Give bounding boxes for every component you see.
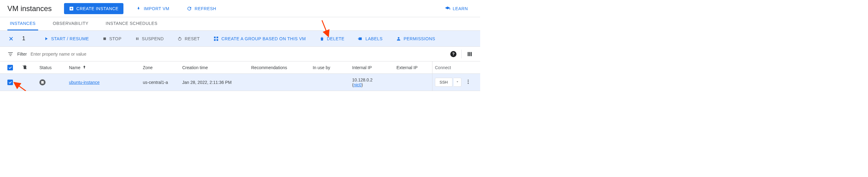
power-icon: [177, 36, 182, 41]
col-zone[interactable]: Zone: [143, 65, 182, 70]
plus-badge-icon: [69, 6, 74, 11]
row-menu-button[interactable]: [464, 79, 473, 85]
suspend-button[interactable]: SUSPEND: [131, 33, 167, 44]
permissions-label: PERMISSIONS: [404, 36, 435, 41]
ssh-button[interactable]: SSH: [435, 78, 453, 87]
person-icon: [396, 36, 401, 41]
stop-icon: [102, 37, 107, 41]
import-vm-label: IMPORT VM: [144, 6, 169, 11]
refresh-label: REFRESH: [194, 6, 216, 11]
import-icon: [136, 6, 141, 11]
tab-instances-label: INSTANCES: [10, 21, 36, 26]
ssh-dropdown-button[interactable]: [454, 78, 461, 87]
col-rec[interactable]: Recommendations: [251, 65, 313, 70]
svg-rect-12: [471, 52, 471, 56]
filter-label: Filter: [17, 51, 27, 57]
clear-selection-button[interactable]: [7, 35, 15, 42]
tab-schedules-label: INSTANCE SCHEDULES: [105, 21, 157, 26]
cell-intip: 10.128.0.2 (nic0): [352, 77, 397, 87]
svg-rect-11: [469, 52, 470, 56]
reset-button[interactable]: RESET: [174, 33, 204, 44]
trash-icon: [319, 36, 324, 41]
columns-icon[interactable]: [467, 51, 473, 57]
create-instance-button[interactable]: CREATE INSTANCE: [64, 3, 123, 14]
create-group-label: CREATE A GROUP BASED ON THIS VM: [221, 36, 306, 41]
internal-ip-value: 10.128.0.2: [352, 77, 397, 82]
group-icon: [213, 36, 219, 41]
svg-rect-1: [103, 37, 106, 40]
svg-rect-7: [214, 39, 215, 41]
svg-point-15: [468, 81, 469, 82]
table-row: ubuntu-instance us-central1-a Jan 28, 20…: [0, 74, 480, 91]
help-icon[interactable]: ?: [450, 51, 457, 57]
col-intip[interactable]: Internal IP: [352, 65, 397, 70]
vm-table: Status Name Zone Creation time Recommend…: [0, 62, 480, 91]
select-all-checkbox[interactable]: [7, 65, 13, 70]
col-extip[interactable]: External IP: [397, 65, 432, 70]
permissions-button[interactable]: PERMISSIONS: [393, 33, 439, 44]
col-name-label: Name: [69, 65, 80, 70]
learn-icon: [445, 6, 450, 11]
nic-link[interactable]: nic0: [354, 82, 362, 87]
page-title: VM instances: [7, 4, 52, 13]
instance-name-link[interactable]: ubuntu-instance: [69, 80, 100, 85]
cell-ctime: Jan 28, 2022, 2:11:36 PM: [182, 80, 251, 85]
svg-rect-8: [217, 39, 218, 41]
col-ctime[interactable]: Creation time: [182, 65, 251, 70]
stop-label: STOP: [109, 36, 122, 41]
row-checkbox[interactable]: [7, 80, 13, 85]
delete-label: DELETE: [327, 36, 344, 41]
play-icon: [44, 36, 49, 41]
labels-button[interactable]: LABELS: [354, 33, 386, 44]
svg-rect-10: [468, 52, 468, 56]
svg-rect-6: [217, 37, 218, 38]
status-stopped-icon: [39, 79, 45, 85]
tab-instances[interactable]: INSTANCES: [7, 17, 38, 30]
stop-button[interactable]: STOP: [99, 33, 125, 44]
filter-bar: Filter ?: [0, 47, 480, 62]
selection-action-bar: 1 START / RESUME STOP SUSPEND RESET CREA…: [0, 31, 480, 47]
col-connect: Connect: [432, 62, 473, 73]
cell-zone: us-central1-a: [143, 80, 182, 85]
svg-point-9: [398, 37, 399, 38]
col-status[interactable]: Status: [39, 65, 69, 70]
chevron-down-icon: [456, 80, 459, 83]
svg-rect-3: [137, 37, 138, 40]
create-instance-label: CREATE INSTANCE: [76, 6, 119, 11]
refresh-button[interactable]: REFRESH: [182, 3, 221, 14]
header-bar: VM instances CREATE INSTANCE IMPORT VM R…: [0, 0, 480, 17]
labels-label: LABELS: [365, 36, 382, 41]
svg-point-14: [468, 80, 469, 80]
start-resume-button[interactable]: START / RESUME: [40, 33, 93, 44]
pause-icon: [135, 37, 140, 41]
learn-button[interactable]: LEARN: [440, 3, 473, 14]
col-inuse[interactable]: In use by: [313, 65, 352, 70]
svg-point-16: [468, 83, 469, 84]
create-group-button[interactable]: CREATE A GROUP BASED ON THIS VM: [210, 33, 310, 44]
start-resume-label: START / RESUME: [51, 36, 89, 41]
tab-observability-label: OBSERVABILITY: [53, 21, 89, 26]
svg-rect-2: [136, 37, 137, 40]
learn-label: LEARN: [453, 6, 468, 11]
trash-column-icon: [22, 64, 28, 70]
tab-schedules[interactable]: INSTANCE SCHEDULES: [103, 17, 160, 30]
filter-icon: [7, 51, 13, 57]
tag-icon: [358, 36, 363, 41]
sort-asc-icon: [82, 65, 87, 69]
import-vm-button[interactable]: IMPORT VM: [131, 3, 174, 14]
selection-count: 1: [22, 35, 25, 42]
separator: [461, 50, 462, 59]
refresh-icon: [187, 6, 192, 11]
suspend-label: SUSPEND: [142, 36, 164, 41]
tab-observability[interactable]: OBSERVABILITY: [51, 17, 91, 30]
filter-input[interactable]: [30, 51, 446, 57]
tabs-bar: INSTANCES OBSERVABILITY INSTANCE SCHEDUL…: [0, 17, 480, 31]
reset-label: RESET: [185, 36, 200, 41]
table-header: Status Name Zone Creation time Recommend…: [0, 62, 480, 74]
delete-button[interactable]: DELETE: [316, 33, 348, 44]
svg-rect-5: [214, 37, 215, 38]
col-name[interactable]: Name: [69, 65, 143, 70]
